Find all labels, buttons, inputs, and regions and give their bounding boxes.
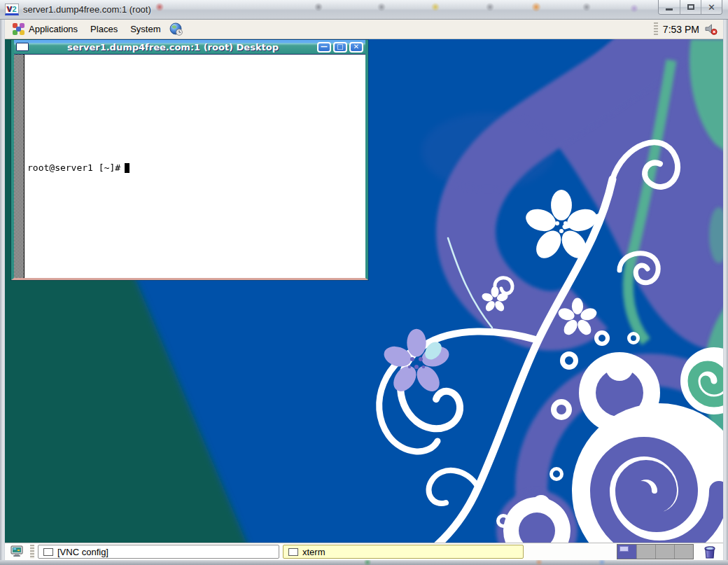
minimize-button[interactable] <box>659 0 680 14</box>
places-menu-label: Places <box>90 24 118 34</box>
web-browser-globe-icon <box>169 22 183 36</box>
workspace-cell-4[interactable] <box>674 545 693 559</box>
workspace-cell-3[interactable] <box>655 545 674 559</box>
xterm-close-button[interactable]: ✕ <box>349 42 363 53</box>
xterm-body: root@server1 [~]# <box>14 55 365 278</box>
xterm-maximize-button[interactable]: □ <box>333 42 347 53</box>
applications-menu-label: Applications <box>29 24 78 34</box>
vnc-app-icon: V2 <box>5 4 19 15</box>
maximize-icon <box>687 4 694 10</box>
taskbar-button-label: [VNC config] <box>57 547 108 557</box>
workspace-cell-2[interactable] <box>636 545 655 559</box>
xterm-scrollbar[interactable] <box>14 55 24 278</box>
window-border-left <box>0 20 5 560</box>
web-browser-launcher[interactable] <box>167 20 186 39</box>
window-icon <box>43 548 53 556</box>
terminal-cursor <box>125 163 130 173</box>
vnc-session-view: Applications Places System <box>5 20 723 560</box>
window-border-bottom <box>0 560 728 565</box>
workspace-window-thumbnail <box>620 546 629 552</box>
workspace-switcher <box>617 544 694 559</box>
places-menu[interactable]: Places <box>84 20 124 39</box>
show-desktop-button[interactable] <box>8 544 27 559</box>
applications-menu[interactable]: Applications <box>6 20 84 39</box>
close-button[interactable]: ✕ <box>701 0 722 14</box>
window-border-right <box>723 20 728 560</box>
window-caption-buttons: ✕ <box>658 0 722 15</box>
xterm-minimize-button[interactable]: — <box>317 42 331 53</box>
gnome-top-panel: Applications Places System <box>5 20 723 39</box>
gnome-bottom-panel: [VNC config] xterm <box>5 543 723 560</box>
taskbar-button-xterm[interactable]: xterm <box>283 545 524 559</box>
vnc-viewer-window: V2 server1.dump4free.com:1 (root) ✕ Appl… <box>0 0 728 565</box>
clock[interactable]: 7:53 PM <box>663 24 699 35</box>
applications-menu-icon <box>13 23 24 35</box>
panel-right-cluster: 7:53 PM <box>654 20 723 39</box>
minimize-icon <box>666 8 673 11</box>
taskbar-button-label: xterm <box>302 547 326 557</box>
terminal-area[interactable]: root@server1 [~]# <box>24 55 130 278</box>
terminal-prompt: root@server1 [~]# <box>27 162 120 173</box>
window-icon <box>288 548 298 556</box>
volume-muted-icon[interactable] <box>704 23 718 35</box>
system-menu[interactable]: System <box>124 20 167 39</box>
xterm-menu-button[interactable] <box>16 43 29 51</box>
system-menu-label: System <box>130 24 160 34</box>
taskbar-button-vnc-config[interactable]: [VNC config] <box>38 545 279 559</box>
trash-icon <box>703 545 717 559</box>
close-icon: ✕ <box>708 3 715 12</box>
panel-grip-handle[interactable] <box>654 22 658 36</box>
show-desktop-icon <box>10 545 24 558</box>
vnc-window-title: server1.dump4free.com:1 (root) <box>23 4 151 15</box>
xterm-titlebar[interactable]: server1.dump4free.com:1 (root) Desktop —… <box>14 40 365 55</box>
maximize-button[interactable] <box>680 0 701 14</box>
xterm-window: server1.dump4free.com:1 (root) Desktop —… <box>11 40 368 280</box>
window-list-grip[interactable] <box>30 545 34 559</box>
vnc-window-titlebar[interactable]: V2 server1.dump4free.com:1 (root) <box>0 0 728 20</box>
desktop-surface[interactable]: server1.dump4free.com:1 (root) Desktop —… <box>5 39 723 543</box>
workspace-cell-1[interactable] <box>617 545 636 559</box>
trash-button[interactable] <box>701 544 718 560</box>
xterm-title: server1.dump4free.com:1 (root) Desktop <box>31 42 315 53</box>
